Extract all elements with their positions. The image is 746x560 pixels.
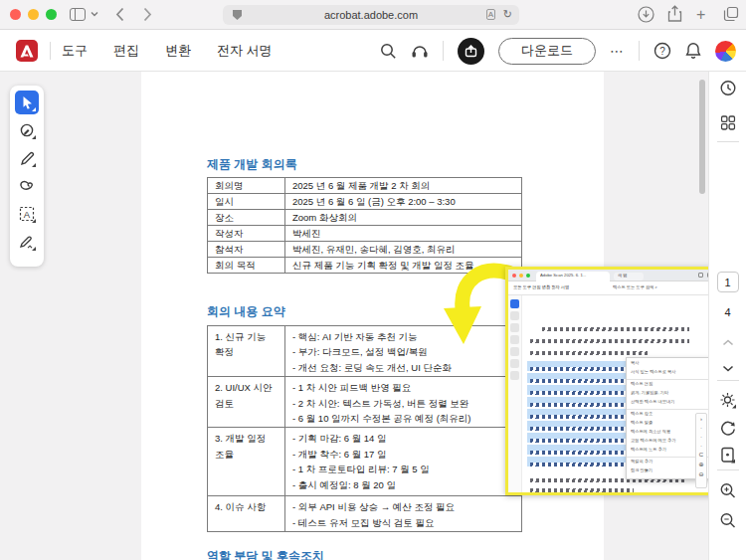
new-tab-icon[interactable]: + — [696, 6, 705, 24]
zoom-window-button[interactable] — [46, 9, 57, 20]
handwritten-line — [542, 327, 689, 331]
profile-avatar[interactable] — [715, 41, 736, 62]
overlay-menubar: 모든 도구 편집 변환 전자 서명 텍스트 또는 도구 검색 ⌕ 공유 — [508, 281, 735, 295]
table-row: 일시2025 년 6 월 6 일 (금) 오후 2:00 – 3:30 — [208, 194, 522, 210]
chevron-up-icon[interactable] — [722, 332, 733, 350]
acrobat-toolbar: 도구 편집 변환 전자 서명 다운로드 ⋯ ? — [0, 30, 746, 72]
divider — [50, 42, 51, 60]
doc-heading-1: 제품 개발 회의록 — [207, 156, 297, 173]
handwritten-line — [530, 488, 634, 492]
overlay-browser-tab-2: 새 탭 — [614, 273, 644, 280]
overlay-document: 복사서식 있는 텍스트로 복사텍스트 편집굵게, 기울임꼴, 기타선택한 텍스트… — [508, 295, 735, 492]
current-page-input[interactable]: 1 — [717, 272, 739, 292]
menu-convert[interactable]: 변환 — [165, 42, 191, 60]
history-icon[interactable] — [719, 80, 736, 100]
handwritten-line — [530, 439, 626, 443]
divider — [443, 41, 444, 61]
help-icon[interactable]: ? — [653, 42, 671, 60]
row-label: 장소 — [208, 210, 285, 226]
draw-tool[interactable] — [15, 146, 39, 170]
row-label: 회의 목적 — [208, 258, 285, 274]
chevron-down-icon[interactable] — [722, 358, 733, 376]
row-label: 4. 이슈 사항 — [208, 496, 285, 532]
divider — [639, 41, 640, 61]
menu-tools[interactable]: 도구 — [62, 42, 88, 60]
svg-text:A: A — [24, 209, 31, 220]
enhance-icon[interactable] — [719, 392, 736, 413]
overlay-menu-item: 서식 있는 텍스트로 복사 — [627, 369, 716, 378]
fill-sign-tool[interactable] — [15, 230, 39, 254]
select-tool[interactable] — [15, 91, 39, 114]
menu-esign[interactable]: 전자 서명 — [217, 42, 273, 60]
zoom-in-icon[interactable] — [719, 482, 736, 503]
right-sidebar: 1 4 — [708, 72, 746, 560]
overlay-minimize-icon — [519, 274, 523, 278]
handwritten-line — [530, 391, 626, 395]
close-window-button[interactable] — [10, 9, 21, 20]
forward-icon[interactable] — [143, 7, 152, 22]
chevron-down-icon[interactable] — [91, 11, 98, 17]
read-aloud-icon[interactable] — [411, 43, 429, 59]
handwritten-line — [530, 415, 626, 419]
row-label: 3. 개발 일정 조율 — [208, 428, 285, 496]
tabs-icon[interactable] — [723, 6, 739, 22]
translate-icon[interactable]: A — [486, 9, 495, 20]
row-value: Zoom 화상회의 — [285, 210, 522, 226]
organize-page-icon[interactable] — [720, 447, 735, 467]
grid-icon[interactable] — [720, 115, 735, 134]
more-options-icon[interactable]: ⋯ — [610, 43, 625, 59]
svg-text:?: ? — [659, 46, 665, 57]
row-lines: - 외부 API 비용 상승 → 예산 조정 필요- 테스트 유저 모집 방식 … — [285, 496, 522, 532]
overlay-titlebar: Adobe Scan 2025. 6. 1... 새 탭 — [508, 270, 735, 281]
sidebar-icon[interactable] — [70, 8, 86, 21]
comment-tool[interactable] — [15, 118, 39, 142]
zoom-out-icon[interactable] — [719, 512, 736, 533]
row-label: 2. UI/UX 시안 검토 — [208, 377, 285, 428]
acrobat-menus: 도구 편집 변환 전자 서명 — [62, 30, 273, 72]
lasso-tool[interactable] — [15, 174, 39, 198]
handwritten-line — [530, 427, 626, 431]
table-row: 장소Zoom 화상회의 — [208, 210, 522, 226]
table-row: 2. UI/UX 시안 검토- 1 차 시안 피드백 반영 필요- 2 차 시안… — [208, 377, 522, 428]
acrobat-logo[interactable] — [16, 40, 38, 62]
overlay-close-icon — [512, 274, 516, 278]
meeting-summary-table: 1. 신규 기능 확정- 핵심: AI 기반 자동 추천 기능- 부가: 다크모… — [207, 325, 522, 532]
row-label: 회의명 — [208, 178, 285, 194]
share-icon[interactable] — [667, 5, 682, 23]
table-row: 4. 이슈 사항- 외부 API 비용 상승 → 예산 조정 필요- 테스트 유… — [208, 496, 522, 532]
table-row: 작성자박세진 — [208, 226, 522, 242]
overlay-page-nav: ›···C⊕⊖ — [695, 413, 707, 488]
rotate-icon[interactable] — [720, 420, 736, 440]
divider — [717, 380, 739, 381]
notifications-bell-icon[interactable] — [685, 42, 701, 60]
overlay-zoom-icon — [526, 274, 530, 278]
address-bar[interactable]: acrobat.adobe.com A ↻ — [223, 5, 519, 25]
doc-heading-2: 회의 내용 요약 — [207, 303, 285, 320]
row-value: 2025 년 6 월 제품 개발 2 차 회의 — [285, 178, 522, 194]
overlay-menus: 모든 도구 편집 변환 전자 서명 — [513, 284, 569, 290]
back-icon[interactable] — [115, 7, 124, 22]
row-value: 박세진, 유재민, 송다혜, 김영호, 최유리 — [285, 242, 522, 258]
search-icon[interactable] — [380, 43, 397, 60]
vertical-scrollbar[interactable] — [699, 80, 705, 194]
overlay-browser-tab: Adobe Scan 2025. 6. 1... — [536, 272, 610, 281]
reload-icon[interactable]: ↻ — [503, 8, 512, 21]
menu-edit[interactable]: 편집 — [113, 42, 139, 60]
downloads-icon[interactable] — [638, 6, 654, 23]
minimize-window-button[interactable] — [28, 9, 39, 20]
overlay-menu-item: 텍스트 편집 — [627, 381, 716, 390]
download-button[interactable]: 다운로드 — [498, 38, 596, 65]
overlay-tool-rail — [508, 295, 522, 492]
overlay-menu-item: 굵게, 기울임꼴, 기타 — [627, 390, 716, 399]
privacy-shield-icon — [233, 10, 242, 20]
add-text-tool[interactable]: A — [15, 202, 39, 226]
row-value: 2025 년 6 월 6 일 (금) 오후 2:00 – 3:30 — [285, 194, 522, 210]
row-label: 일시 — [208, 194, 285, 210]
overlay-menu-item: 복사 — [627, 360, 716, 369]
overlay-search: 텍스트 또는 도구 검색 ⌕ — [613, 284, 657, 290]
row-label: 참석자 — [208, 242, 285, 258]
handwritten-line — [530, 339, 689, 343]
export-share-button[interactable] — [458, 38, 484, 65]
url-text: acrobat.adobe.com — [324, 9, 418, 21]
browser-chrome: acrobat.adobe.com A ↻ + — [0, 0, 746, 30]
